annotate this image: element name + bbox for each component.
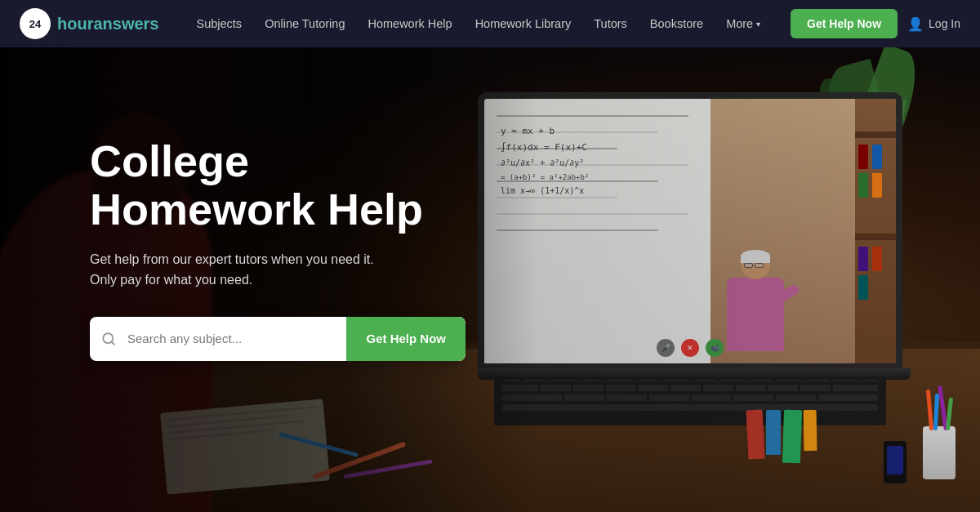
search-bar: Get Help Now bbox=[90, 317, 466, 361]
nav-subjects[interactable]: Subjects bbox=[185, 17, 254, 30]
logo-text: houranswers bbox=[57, 15, 159, 33]
search-cta-button[interactable]: Get Help Now bbox=[346, 317, 466, 361]
nav-right: Get Help Now 👤 Log In bbox=[791, 9, 960, 38]
person-icon: 👤 bbox=[907, 16, 924, 32]
nav-tutors[interactable]: Tutors bbox=[582, 17, 639, 30]
nav-homework-library[interactable]: Homework Library bbox=[464, 17, 583, 30]
nav-bookstore[interactable]: Bookstore bbox=[639, 17, 715, 30]
nav-homework-help[interactable]: Homework Help bbox=[356, 17, 463, 30]
nav-links: Subjects Online Tutoring Homework Help H… bbox=[185, 17, 791, 30]
nav-get-help-button[interactable]: Get Help Now bbox=[791, 9, 898, 38]
svg-line-1 bbox=[111, 341, 114, 344]
hero-content: College Homework Help Get help from our … bbox=[90, 137, 482, 361]
chevron-down-icon: ▾ bbox=[756, 20, 760, 29]
nav-more[interactable]: More ▾ bbox=[715, 17, 772, 30]
navbar: 24 houranswers Subjects Online Tutoring … bbox=[0, 0, 980, 47]
hero-subtitle: Get help from our expert tutors when you… bbox=[90, 249, 482, 291]
search-icon bbox=[101, 332, 116, 346]
search-input[interactable] bbox=[127, 332, 346, 345]
hero-section: y = mx + b ∫f(x)dx = F(x)+C ∂²u/∂x² + ∂²… bbox=[0, 47, 980, 512]
search-icon-wrap bbox=[90, 332, 127, 346]
login-link[interactable]: 👤 Log In bbox=[907, 16, 960, 32]
nav-online-tutoring[interactable]: Online Tutoring bbox=[253, 17, 356, 30]
hero-title: College Homework Help bbox=[90, 137, 482, 234]
logo[interactable]: 24 houranswers bbox=[20, 8, 159, 39]
logo-number: 24 bbox=[20, 8, 51, 39]
